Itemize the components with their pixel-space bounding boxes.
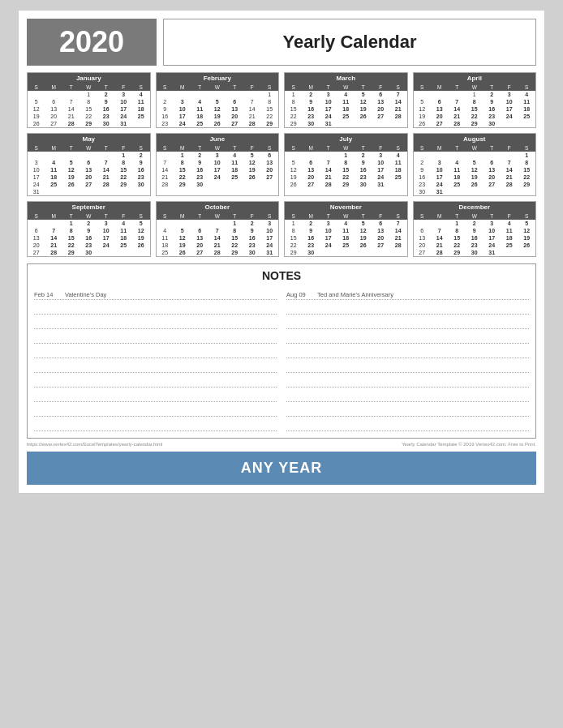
day-cell: 29: [62, 249, 80, 256]
day-cell: 9: [191, 159, 209, 166]
day-cell: 29: [285, 249, 303, 256]
day-cell: 2: [303, 220, 320, 227]
note-line[interactable]: [286, 389, 529, 402]
day-cell: 4: [191, 98, 209, 105]
day-cell: 15: [518, 166, 536, 173]
day-cell: 30: [97, 120, 115, 127]
note-line[interactable]: Feb 14Valentine's Day: [34, 287, 277, 300]
day-cell: 12: [132, 227, 150, 234]
day-cell: 18: [337, 234, 355, 242]
day-cell: 27: [226, 120, 244, 127]
day-cell-empty: [174, 220, 191, 227]
note-line[interactable]: [286, 302, 529, 315]
day-cell: 2: [303, 91, 320, 98]
note-line[interactable]: [34, 331, 277, 344]
day-cell: 10: [483, 227, 501, 234]
note-line[interactable]: [286, 375, 529, 388]
day-cell-empty: [45, 152, 63, 159]
day-cell: 22: [285, 242, 303, 249]
day-header-cell: M: [174, 144, 191, 152]
day-cell-empty: [431, 220, 449, 227]
note-line[interactable]: Aug 09Ted and Marie's Anniversary: [286, 287, 529, 300]
day-cell: 14: [449, 105, 466, 113]
day-header-cell: W: [466, 84, 483, 91]
days-grid: 1234567891011121314151617181920212223242…: [414, 220, 536, 256]
day-cell: 17: [431, 173, 449, 181]
note-line[interactable]: [286, 418, 529, 431]
day-cell: 27: [261, 173, 279, 181]
day-header-cell: M: [45, 212, 63, 220]
note-line[interactable]: [34, 345, 277, 358]
day-cell: 26: [243, 173, 261, 181]
notes-content: Feb 14Valentine's DayAug 09Ted and Marie…: [34, 287, 529, 433]
day-header-cell: S: [285, 84, 303, 91]
note-line[interactable]: [286, 404, 529, 417]
day-cell: 26: [62, 181, 80, 188]
day-cell: 16: [355, 166, 372, 173]
day-header-cell: W: [80, 212, 98, 220]
day-cell: 23: [355, 173, 372, 181]
day-cell: 13: [483, 166, 501, 173]
day-cell: 23: [303, 113, 320, 120]
day-cell: 2: [97, 91, 115, 98]
day-cell: 1: [261, 91, 279, 98]
day-cell: 23: [132, 173, 150, 181]
day-headers: SMTWTFS: [157, 144, 279, 152]
day-cell: 24: [174, 120, 191, 127]
day-cell: 7: [97, 159, 115, 166]
note-line[interactable]: [286, 345, 529, 358]
day-cell: 1: [174, 152, 191, 159]
day-cell: 16: [483, 105, 501, 113]
note-line[interactable]: [286, 316, 529, 329]
day-cell-empty: [28, 91, 45, 98]
note-line[interactable]: [34, 316, 277, 329]
day-cell: 3: [28, 159, 45, 166]
day-cell: 15: [285, 105, 303, 113]
day-cell: 21: [208, 242, 226, 249]
day-cell: 17: [483, 234, 501, 242]
day-cell: 26: [285, 181, 303, 188]
month-calendar-february: FebruarySMTWTFS1234567891011121314151617…: [156, 72, 280, 128]
note-line[interactable]: [286, 331, 529, 344]
note-line[interactable]: [34, 375, 277, 388]
day-cell-empty: [431, 152, 449, 159]
day-header-cell: T: [97, 84, 115, 91]
day-cell: 12: [355, 98, 372, 105]
note-line[interactable]: [34, 360, 277, 373]
day-cell: 19: [285, 173, 303, 181]
day-cell: 2: [355, 152, 372, 159]
day-cell: 26: [174, 249, 191, 256]
note-line[interactable]: [34, 418, 277, 431]
day-header-cell: T: [355, 144, 372, 152]
day-header-cell: M: [431, 84, 449, 91]
day-header-cell: S: [518, 144, 536, 152]
note-line[interactable]: [34, 389, 277, 402]
day-cell: 2: [132, 152, 150, 159]
note-line[interactable]: [286, 360, 529, 373]
day-cell: 11: [337, 98, 355, 105]
day-cell: 21: [157, 173, 174, 181]
day-cell: 1: [449, 220, 466, 227]
day-cell: 3: [115, 91, 133, 98]
day-header-cell: S: [518, 84, 536, 91]
day-cell: 11: [115, 227, 133, 234]
note-line[interactable]: [34, 302, 277, 315]
day-cell: 8: [285, 98, 303, 105]
day-cell: 20: [28, 242, 45, 249]
day-cell: 8: [285, 227, 303, 234]
days-grid: 1234567891011121314151617181920212223242…: [285, 91, 407, 127]
day-cell: 14: [45, 234, 63, 242]
day-cell: 22: [261, 113, 279, 120]
note-line[interactable]: [34, 404, 277, 417]
day-cell: 10: [372, 159, 390, 166]
day-cell: 28: [157, 181, 174, 188]
day-cell: 5: [518, 220, 536, 227]
day-cell: 23: [80, 242, 98, 249]
day-header-cell: F: [115, 144, 133, 152]
day-cell-empty: [208, 91, 226, 98]
day-cell: 12: [243, 159, 261, 166]
day-cell: 23: [303, 242, 320, 249]
day-cell: 6: [191, 227, 209, 234]
day-cell: 8: [226, 227, 244, 234]
day-cell-empty: [45, 91, 63, 98]
